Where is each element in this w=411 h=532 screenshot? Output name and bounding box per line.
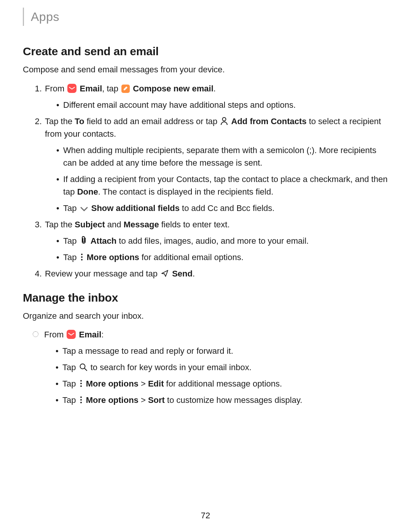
text: to customize how messages display.: [165, 395, 303, 405]
list-item: Tap a message to read and reply or forwa…: [56, 345, 388, 357]
text: Tap: [62, 395, 78, 405]
contacts-icon: [220, 117, 228, 125]
to-label: To: [75, 117, 84, 126]
list-item: Tap More options > Edit for additional m…: [56, 377, 388, 390]
breadcrumb-marker: [23, 8, 24, 26]
text: , tap: [102, 84, 121, 93]
list-item: When adding multiple recipients, separat…: [56, 144, 388, 169]
text: >: [139, 395, 148, 405]
section1-steps: From Email, tap Compose new email. Diffe…: [23, 82, 388, 280]
step-2: Tap the To field to add an email address…: [44, 115, 388, 214]
done-label: Done: [77, 187, 98, 197]
email-label: Email: [80, 84, 102, 93]
section2-sub: Tap a message to read and reply or forwa…: [44, 345, 388, 406]
edit-label: Edit: [148, 379, 164, 388]
attach-label: Attach: [91, 236, 116, 246]
heading-manage-inbox: Manage the inbox: [23, 291, 388, 304]
from-item: From Email: Tap a message to read and re…: [44, 328, 388, 406]
step-4: Review your message and tap Send.: [44, 267, 388, 280]
section2-from: From Email: Tap a message to read and re…: [23, 328, 388, 406]
more-options-label: More options: [87, 252, 139, 262]
svg-point-12: [80, 396, 82, 398]
svg-point-3: [81, 254, 83, 255]
svg-point-2: [223, 117, 226, 121]
text: to add files, images, audio, and more to…: [116, 236, 309, 246]
svg-rect-6: [67, 330, 76, 339]
more-options-icon: [79, 379, 83, 388]
text: From: [44, 330, 66, 339]
list-item: Tap Attach to add files, images, audio, …: [56, 235, 388, 247]
section1-lead: Compose and send email messages from you…: [23, 64, 388, 75]
manual-page: Apps Create and send an email Compose an…: [0, 0, 411, 406]
email-icon: [67, 84, 76, 93]
email-icon: [67, 330, 76, 339]
step-1: From Email, tap Compose new email. Diffe…: [44, 82, 388, 111]
text: From: [45, 84, 67, 93]
search-icon: [79, 363, 88, 371]
ring-bullet-icon: [33, 331, 38, 337]
text: field to add an email address or tap: [84, 117, 220, 126]
text: to add Cc and Bcc fields.: [180, 203, 274, 213]
text: >: [139, 379, 148, 388]
svg-point-11: [80, 385, 82, 387]
compose-label: Compose new email: [133, 84, 213, 93]
text: Tap the: [45, 220, 75, 229]
list-item: Tap More options for additional email op…: [56, 251, 388, 264]
text: :: [101, 330, 104, 339]
text: Tap: [63, 252, 79, 262]
text: .: [213, 84, 216, 93]
step3-sub: Tap Attach to add files, images, audio, …: [45, 235, 388, 264]
breadcrumb: Apps: [23, 8, 388, 26]
list-item: Tap More options > Sort to customize how…: [56, 394, 388, 406]
send-icon: [161, 269, 169, 278]
more-options-label: More options: [86, 379, 139, 388]
svg-point-14: [80, 402, 82, 403]
text: Tap: [63, 203, 79, 213]
breadcrumb-label: Apps: [31, 10, 59, 24]
heading-create-send-email: Create and send an email: [23, 45, 388, 58]
text: Tap: [62, 379, 78, 388]
text: Tap the: [45, 117, 75, 126]
svg-rect-0: [67, 84, 76, 93]
text: to search for key words in your email in…: [91, 363, 252, 372]
list-item: Tap Show additional fields to add Cc and…: [56, 202, 388, 214]
text: .: [193, 269, 195, 278]
add-contacts-label: Add from Contacts: [231, 117, 307, 126]
svg-point-5: [81, 259, 83, 260]
more-options-icon: [80, 253, 84, 261]
step1-sub: Different email account may have additio…: [45, 99, 388, 111]
text: Review your message and tap: [45, 269, 160, 278]
sort-label: Sort: [148, 395, 165, 405]
send-label: Send: [172, 269, 193, 278]
step-3: Tap the Subject and Message fields to en…: [44, 218, 388, 264]
svg-point-4: [81, 256, 83, 258]
list-item: If adding a recipient from your Contacts…: [56, 173, 388, 198]
more-options-icon: [79, 396, 83, 404]
svg-point-9: [80, 380, 82, 382]
message-label: Message: [124, 220, 159, 229]
show-fields-label: Show additional fields: [91, 203, 180, 213]
email-label: Email: [79, 330, 102, 339]
svg-point-10: [80, 383, 82, 384]
text: Tap: [63, 236, 79, 246]
text: and: [105, 220, 124, 229]
svg-point-13: [80, 399, 82, 401]
text: fields to enter text.: [159, 220, 230, 229]
more-options-label: More options: [86, 395, 139, 405]
step2-sub: When adding multiple recipients, separat…: [45, 144, 388, 214]
attach-icon: [80, 236, 88, 245]
list-item: Different email account may have additio…: [56, 99, 388, 111]
section2-lead: Organize and search your inbox.: [23, 310, 388, 322]
svg-line-8: [84, 368, 87, 371]
chevron-down-icon: [80, 206, 88, 212]
compose-icon: [121, 85, 130, 93]
text: for additional message options.: [164, 379, 282, 388]
subject-label: Subject: [75, 220, 105, 229]
list-item: Tap to search for key words in your emai…: [56, 361, 388, 374]
text: Tap: [62, 363, 78, 372]
text: . The contact is displayed in the recipi…: [98, 187, 274, 197]
page-number: 72: [0, 511, 411, 521]
text: for additional email options.: [139, 252, 244, 262]
